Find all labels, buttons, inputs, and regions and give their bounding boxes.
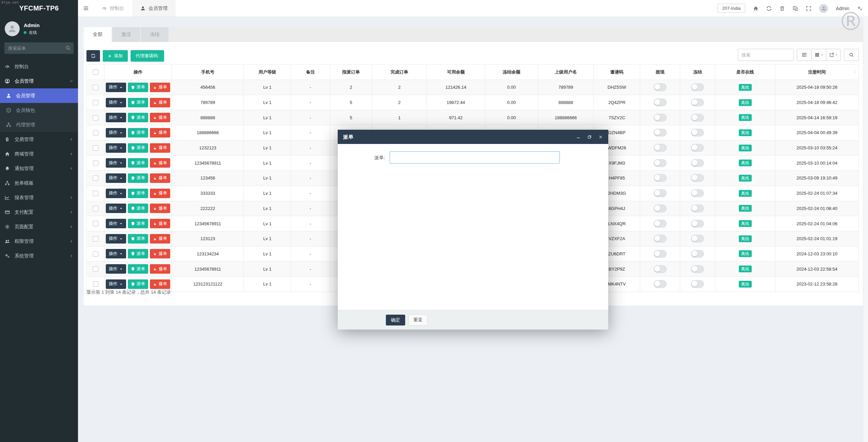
reset-button[interactable]: 重置: [409, 315, 427, 325]
withdraw-toggle[interactable]: [654, 159, 667, 167]
sidebar-item[interactable]: B交易管理: [0, 132, 78, 147]
burst-button[interactable]: 爆单: [150, 98, 170, 107]
row-checkbox[interactable]: [93, 221, 98, 226]
withdraw-toggle[interactable]: [654, 99, 667, 106]
sidebar-item[interactable]: 权限管理: [0, 234, 78, 249]
sidebar-item[interactable]: 商城管理: [0, 147, 78, 161]
op-dropdown-button[interactable]: 操作: [106, 143, 126, 153]
modal-titlebar[interactable]: 派单: [338, 130, 608, 144]
withdraw-toggle[interactable]: [654, 265, 667, 273]
op-dropdown-button[interactable]: 操作: [106, 113, 126, 122]
burst-button[interactable]: 爆单: [150, 143, 170, 153]
search-icon[interactable]: [65, 45, 71, 50]
column-header[interactable]: 冻结: [680, 65, 715, 80]
freeze-toggle[interactable]: [691, 235, 704, 243]
dispatch-button[interactable]: 派单: [128, 173, 148, 183]
dispatch-button[interactable]: 派单: [128, 219, 148, 228]
burst-button[interactable]: 爆单: [150, 279, 170, 289]
op-dropdown-button[interactable]: 操作: [106, 234, 126, 244]
row-checkbox[interactable]: [93, 145, 98, 151]
sidebar-item[interactable]: 支付配置: [0, 205, 78, 219]
freeze-toggle[interactable]: [691, 159, 704, 167]
dispatch-button[interactable]: 派单: [128, 189, 148, 198]
withdraw-toggle[interactable]: [654, 235, 667, 243]
dispatch-button[interactable]: 派单: [128, 128, 148, 138]
filter-tab[interactable]: 冻结: [141, 27, 169, 42]
translate-icon[interactable]: A: [793, 6, 798, 11]
trash-icon[interactable]: [780, 6, 785, 11]
maximize-icon[interactable]: [587, 135, 592, 139]
op-dropdown-button[interactable]: 操作: [106, 219, 126, 228]
freeze-toggle[interactable]: [691, 189, 704, 197]
columns-button[interactable]: [811, 49, 826, 61]
freeze-toggle[interactable]: [691, 129, 704, 136]
row-checkbox[interactable]: [93, 251, 98, 257]
freeze-toggle[interactable]: [691, 205, 704, 212]
fullscreen-icon[interactable]: [806, 6, 811, 11]
op-dropdown-button[interactable]: 操作: [106, 204, 126, 213]
menu-search-input[interactable]: [4, 42, 74, 54]
sidebar-item[interactable]: 抢单模板: [0, 176, 78, 190]
withdraw-toggle[interactable]: [654, 205, 667, 212]
sidebar-item[interactable]: 系统管理: [0, 249, 78, 263]
row-checkbox[interactable]: [93, 266, 98, 272]
row-checkbox[interactable]: [93, 236, 98, 241]
agent-invite-code-button[interactable]: 代理邀请码:: [131, 50, 164, 62]
withdraw-toggle[interactable]: [654, 114, 667, 122]
burst-button[interactable]: 爆单: [150, 83, 170, 92]
column-header[interactable]: 冻结余额: [485, 65, 538, 80]
sidebar-item[interactable]: 通知管理: [0, 161, 78, 176]
dispatch-button[interactable]: 派单: [128, 234, 148, 244]
sidebar-item[interactable]: 报表管理: [0, 190, 78, 205]
column-header[interactable]: 是否在线: [715, 65, 775, 80]
withdraw-toggle[interactable]: [654, 144, 667, 152]
detail-view-button[interactable]: [797, 49, 812, 61]
sidebar-item[interactable]: 页面配置: [0, 219, 78, 234]
withdraw-toggle[interactable]: [654, 83, 667, 91]
freeze-toggle[interactable]: [691, 174, 704, 182]
row-checkbox[interactable]: [93, 85, 98, 90]
dispatch-button[interactable]: 派单: [128, 204, 148, 213]
freeze-toggle[interactable]: [691, 83, 704, 91]
sidebar-item[interactable]: 会员管理: [0, 74, 78, 88]
withdraw-toggle[interactable]: [654, 129, 667, 136]
column-header[interactable]: 指派订单: [330, 65, 372, 80]
column-header[interactable]: 注册时间: [775, 65, 859, 80]
withdraw-toggle[interactable]: [654, 189, 667, 197]
withdraw-toggle[interactable]: [654, 280, 667, 288]
column-header[interactable]: 备注: [291, 65, 330, 80]
row-checkbox[interactable]: [93, 161, 98, 166]
freeze-toggle[interactable]: [691, 220, 704, 228]
select-all-checkbox[interactable]: [93, 69, 98, 75]
burst-button[interactable]: 爆单: [150, 264, 170, 274]
withdraw-toggle[interactable]: [654, 220, 667, 228]
burst-button[interactable]: 爆单: [150, 189, 170, 198]
row-checkbox[interactable]: [93, 281, 98, 287]
scrollbar-track[interactable]: [863, 17, 868, 442]
dispatch-button[interactable]: 派单: [128, 83, 148, 92]
sidebar-toggle-button[interactable]: [78, 0, 94, 17]
row-checkbox[interactable]: [93, 191, 98, 196]
minimize-icon[interactable]: [576, 135, 580, 139]
column-header[interactable]: 邀请码: [594, 65, 640, 80]
row-checkbox[interactable]: [93, 130, 98, 135]
op-dropdown-button[interactable]: 操作: [106, 264, 126, 274]
burst-button[interactable]: 爆单: [150, 204, 170, 213]
refresh-button[interactable]: [86, 50, 100, 62]
burst-button[interactable]: 爆单: [150, 113, 170, 122]
sidebar-item[interactable]: 控制台: [0, 59, 78, 74]
op-dropdown-button[interactable]: 操作: [106, 128, 126, 138]
burst-button[interactable]: 爆单: [150, 128, 170, 138]
freeze-toggle[interactable]: [691, 280, 704, 288]
export-button[interactable]: [826, 49, 841, 61]
sidebar-subitem[interactable]: 会员管理: [0, 88, 78, 103]
burst-button[interactable]: 爆单: [150, 249, 170, 258]
burst-button[interactable]: 爆单: [150, 234, 170, 244]
op-dropdown-button[interactable]: 操作: [106, 98, 126, 107]
column-header[interactable]: 用户等级: [244, 65, 291, 80]
op-dropdown-button[interactable]: 操作: [106, 189, 126, 198]
burst-button[interactable]: 爆单: [150, 173, 170, 183]
column-header[interactable]: 手机号: [172, 65, 244, 80]
confirm-button[interactable]: 确定: [386, 315, 405, 325]
dispatch-button[interactable]: 派单: [128, 143, 148, 153]
